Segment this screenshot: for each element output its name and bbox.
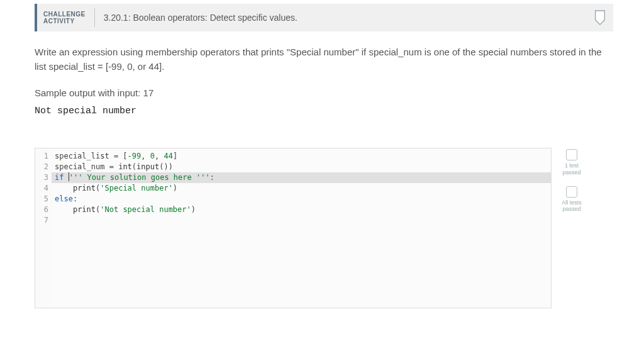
code-editor[interactable]: 1234567 special_list = [-99, 0, 44]speci…: [35, 148, 552, 308]
code-body[interactable]: special_list = [-99, 0, 44]special_num =…: [52, 148, 551, 308]
challenge-line-1: CHALLENGE: [43, 11, 86, 18]
sample-output-label: Sample output with input: 17: [35, 74, 613, 98]
test-label: 1 test: [565, 162, 579, 169]
line-number-gutter: 1234567: [35, 148, 52, 308]
test-status-sidebar: 1 test passed All tests passed: [558, 148, 586, 213]
test-label: passed: [562, 206, 580, 213]
sample-output: Not special number: [35, 98, 613, 148]
test-label: All tests: [562, 199, 582, 206]
code-line[interactable]: else:: [52, 194, 551, 204]
code-line[interactable]: special_list = [-99, 0, 44]: [52, 151, 551, 162]
instructions-text: Write an expression using membership ope…: [35, 31, 613, 74]
test-label: passed: [562, 169, 580, 176]
activity-title: 3.20.1: Boolean operators: Detect specif…: [95, 13, 593, 23]
checkbox-icon: [566, 186, 577, 198]
challenge-header: CHALLENGE ACTIVITY 3.20.1: Boolean opera…: [35, 4, 613, 31]
checkbox-icon: [566, 149, 577, 160]
shield-icon: [593, 9, 607, 26]
test-status-all: All tests passed: [562, 186, 582, 213]
code-line[interactable]: if ''' Your solution goes here ''':: [52, 172, 551, 183]
code-line[interactable]: print('Not special number'): [52, 204, 551, 215]
code-line[interactable]: special_num = int(input()): [52, 162, 551, 172]
challenge-activity-badge: CHALLENGE ACTIVITY: [37, 8, 95, 27]
test-status-1: 1 test passed: [562, 149, 580, 176]
code-line[interactable]: print('Special number'): [52, 183, 551, 194]
challenge-line-2: ACTIVITY: [43, 18, 86, 25]
